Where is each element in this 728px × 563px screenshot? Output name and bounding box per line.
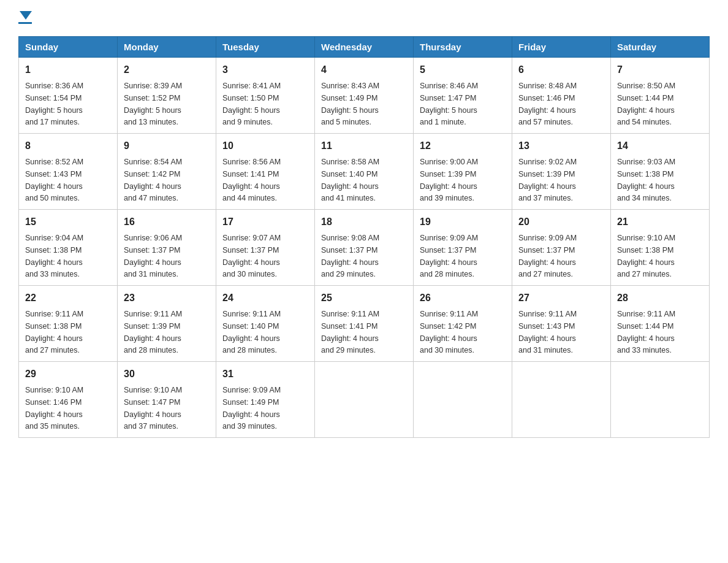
day-number: 13 [518, 139, 604, 153]
calendar-cell: 27 Sunrise: 9:11 AMSunset: 1:43 PMDaylig… [512, 286, 611, 362]
day-number: 20 [518, 215, 604, 229]
calendar-cell: 18 Sunrise: 9:08 AMSunset: 1:37 PMDaylig… [315, 210, 414, 286]
calendar-cell: 16 Sunrise: 9:06 AMSunset: 1:37 PMDaylig… [118, 210, 216, 286]
day-number: 4 [321, 63, 407, 77]
day-info: Sunrise: 8:50 AMSunset: 1:44 PMDaylight:… [617, 82, 675, 126]
day-number: 19 [420, 215, 506, 229]
day-info: Sunrise: 9:11 AMSunset: 1:39 PMDaylight:… [124, 310, 182, 354]
day-info: Sunrise: 8:36 AMSunset: 1:54 PMDaylight:… [25, 82, 83, 126]
weekday-header-saturday: Saturday [611, 37, 710, 58]
day-number: 2 [124, 63, 210, 77]
calendar-cell: 29 Sunrise: 9:10 AMSunset: 1:46 PMDaylig… [19, 362, 118, 438]
day-number: 25 [321, 291, 407, 305]
day-info: Sunrise: 9:07 AMSunset: 1:37 PMDaylight:… [222, 234, 281, 278]
calendar-cell: 8 Sunrise: 8:52 AMSunset: 1:43 PMDayligh… [19, 134, 118, 210]
day-info: Sunrise: 9:10 AMSunset: 1:38 PMDaylight:… [617, 234, 675, 278]
day-info: Sunrise: 9:11 AMSunset: 1:42 PMDaylight:… [420, 310, 478, 354]
day-info: Sunrise: 9:09 AMSunset: 1:37 PMDaylight:… [420, 234, 478, 278]
week-row-2: 8 Sunrise: 8:52 AMSunset: 1:43 PMDayligh… [19, 134, 710, 210]
day-info: Sunrise: 9:11 AMSunset: 1:40 PMDaylight:… [222, 310, 281, 354]
day-number: 12 [420, 139, 506, 153]
calendar-cell: 28 Sunrise: 9:11 AMSunset: 1:44 PMDaylig… [611, 286, 710, 362]
day-info: Sunrise: 9:11 AMSunset: 1:43 PMDaylight:… [518, 310, 577, 354]
day-number: 17 [222, 215, 308, 229]
day-number: 10 [222, 139, 308, 153]
day-number: 15 [25, 215, 111, 229]
day-number: 21 [617, 215, 703, 229]
week-row-4: 22 Sunrise: 9:11 AMSunset: 1:38 PMDaylig… [19, 286, 710, 362]
day-number: 29 [25, 367, 111, 381]
calendar-cell: 31 Sunrise: 9:09 AMSunset: 1:49 PMDaylig… [216, 362, 315, 438]
day-info: Sunrise: 9:08 AMSunset: 1:37 PMDaylight:… [321, 234, 379, 278]
day-info: Sunrise: 9:11 AMSunset: 1:38 PMDaylight:… [25, 310, 83, 354]
day-info: Sunrise: 8:52 AMSunset: 1:43 PMDaylight:… [25, 158, 83, 202]
week-row-5: 29 Sunrise: 9:10 AMSunset: 1:46 PMDaylig… [19, 362, 710, 438]
calendar-cell: 20 Sunrise: 9:09 AMSunset: 1:37 PMDaylig… [512, 210, 611, 286]
calendar-cell: 21 Sunrise: 9:10 AMSunset: 1:38 PMDaylig… [611, 210, 710, 286]
calendar-cell: 11 Sunrise: 8:58 AMSunset: 1:40 PMDaylig… [315, 134, 414, 210]
day-number: 30 [124, 367, 210, 381]
day-info: Sunrise: 8:46 AMSunset: 1:47 PMDaylight:… [420, 82, 478, 126]
day-info: Sunrise: 8:56 AMSunset: 1:41 PMDaylight:… [222, 158, 281, 202]
weekday-header-row: SundayMondayTuesdayWednesdayThursdayFrid… [19, 37, 710, 58]
day-number: 22 [25, 291, 111, 305]
calendar-cell: 24 Sunrise: 9:11 AMSunset: 1:40 PMDaylig… [216, 286, 315, 362]
day-number: 14 [617, 139, 703, 153]
day-info: Sunrise: 8:54 AMSunset: 1:42 PMDaylight:… [124, 158, 182, 202]
day-number: 23 [124, 291, 210, 305]
day-number: 26 [420, 291, 506, 305]
day-info: Sunrise: 8:58 AMSunset: 1:40 PMDaylight:… [321, 158, 379, 202]
calendar-cell: 26 Sunrise: 9:11 AMSunset: 1:42 PMDaylig… [414, 286, 512, 362]
day-number: 1 [25, 63, 111, 77]
day-number: 5 [420, 63, 506, 77]
calendar-cell [512, 362, 611, 438]
day-number: 27 [518, 291, 604, 305]
day-number: 3 [222, 63, 308, 77]
weekday-header-monday: Monday [118, 37, 216, 58]
week-row-1: 1 Sunrise: 8:36 AMSunset: 1:54 PMDayligh… [19, 58, 710, 134]
day-info: Sunrise: 8:43 AMSunset: 1:49 PMDaylight:… [321, 82, 379, 126]
calendar-cell: 19 Sunrise: 9:09 AMSunset: 1:37 PMDaylig… [414, 210, 512, 286]
day-info: Sunrise: 8:39 AMSunset: 1:52 PMDaylight:… [124, 82, 182, 126]
page-header [18, 12, 710, 24]
calendar-cell: 7 Sunrise: 8:50 AMSunset: 1:44 PMDayligh… [611, 58, 710, 134]
day-info: Sunrise: 9:02 AMSunset: 1:39 PMDaylight:… [518, 158, 577, 202]
day-info: Sunrise: 8:41 AMSunset: 1:50 PMDaylight:… [222, 82, 281, 126]
logo [18, 12, 32, 24]
day-info: Sunrise: 8:48 AMSunset: 1:46 PMDaylight:… [518, 82, 577, 126]
logo-underline [18, 22, 32, 24]
calendar-cell: 15 Sunrise: 9:04 AMSunset: 1:38 PMDaylig… [19, 210, 118, 286]
calendar-cell: 30 Sunrise: 9:10 AMSunset: 1:47 PMDaylig… [118, 362, 216, 438]
calendar-cell: 13 Sunrise: 9:02 AMSunset: 1:39 PMDaylig… [512, 134, 611, 210]
week-row-3: 15 Sunrise: 9:04 AMSunset: 1:38 PMDaylig… [19, 210, 710, 286]
calendar-cell: 12 Sunrise: 9:00 AMSunset: 1:39 PMDaylig… [414, 134, 512, 210]
day-number: 8 [25, 139, 111, 153]
day-number: 11 [321, 139, 407, 153]
weekday-header-tuesday: Tuesday [216, 37, 315, 58]
calendar-cell: 23 Sunrise: 9:11 AMSunset: 1:39 PMDaylig… [118, 286, 216, 362]
calendar-cell: 6 Sunrise: 8:48 AMSunset: 1:46 PMDayligh… [512, 58, 611, 134]
calendar-cell: 1 Sunrise: 8:36 AMSunset: 1:54 PMDayligh… [19, 58, 118, 134]
day-info: Sunrise: 9:10 AMSunset: 1:46 PMDaylight:… [25, 386, 83, 431]
day-info: Sunrise: 9:11 AMSunset: 1:44 PMDaylight:… [617, 310, 675, 354]
day-number: 6 [518, 63, 604, 77]
calendar-cell: 14 Sunrise: 9:03 AMSunset: 1:38 PMDaylig… [611, 134, 710, 210]
day-number: 9 [124, 139, 210, 153]
day-info: Sunrise: 9:11 AMSunset: 1:41 PMDaylight:… [321, 310, 379, 354]
calendar-cell [414, 362, 512, 438]
calendar-cell [611, 362, 710, 438]
day-number: 18 [321, 215, 407, 229]
day-number: 24 [222, 291, 308, 305]
day-info: Sunrise: 9:09 AMSunset: 1:37 PMDaylight:… [518, 234, 577, 278]
day-info: Sunrise: 9:00 AMSunset: 1:39 PMDaylight:… [420, 158, 478, 202]
weekday-header-wednesday: Wednesday [315, 37, 414, 58]
weekday-header-thursday: Thursday [414, 37, 512, 58]
calendar-cell [315, 362, 414, 438]
day-number: 28 [617, 291, 703, 305]
weekday-header-sunday: Sunday [19, 37, 118, 58]
calendar-cell: 9 Sunrise: 8:54 AMSunset: 1:42 PMDayligh… [118, 134, 216, 210]
day-number: 16 [124, 215, 210, 229]
calendar-table: SundayMondayTuesdayWednesdayThursdayFrid… [18, 36, 710, 438]
day-info: Sunrise: 9:06 AMSunset: 1:37 PMDaylight:… [124, 234, 182, 278]
calendar-cell: 4 Sunrise: 8:43 AMSunset: 1:49 PMDayligh… [315, 58, 414, 134]
